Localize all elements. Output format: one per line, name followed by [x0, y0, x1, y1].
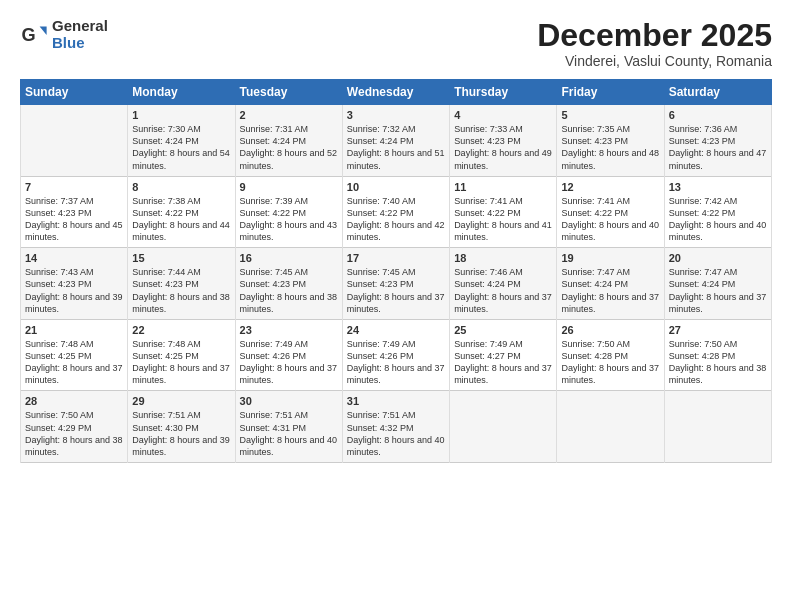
- month-title: December 2025: [537, 18, 772, 53]
- day-info: Sunrise: 7:35 AM Sunset: 4:23 PM Dayligh…: [561, 123, 659, 172]
- day-info: Sunrise: 7:50 AM Sunset: 4:28 PM Dayligh…: [561, 338, 659, 387]
- table-row: 16Sunrise: 7:45 AM Sunset: 4:23 PM Dayli…: [235, 248, 342, 320]
- table-row: 18Sunrise: 7:46 AM Sunset: 4:24 PM Dayli…: [450, 248, 557, 320]
- day-number: 25: [454, 324, 552, 336]
- day-number: 1: [132, 109, 230, 121]
- table-row: 14Sunrise: 7:43 AM Sunset: 4:23 PM Dayli…: [21, 248, 128, 320]
- table-row: 30Sunrise: 7:51 AM Sunset: 4:31 PM Dayli…: [235, 391, 342, 463]
- logo-text: General Blue: [52, 18, 108, 51]
- table-row: 20Sunrise: 7:47 AM Sunset: 4:24 PM Dayli…: [664, 248, 771, 320]
- table-row: [557, 391, 664, 463]
- calendar-week-row: 21Sunrise: 7:48 AM Sunset: 4:25 PM Dayli…: [21, 319, 772, 391]
- day-number: 14: [25, 252, 123, 264]
- day-info: Sunrise: 7:47 AM Sunset: 4:24 PM Dayligh…: [561, 266, 659, 315]
- day-info: Sunrise: 7:51 AM Sunset: 4:31 PM Dayligh…: [240, 409, 338, 458]
- logo: G General Blue: [20, 18, 108, 51]
- table-row: 1Sunrise: 7:30 AM Sunset: 4:24 PM Daylig…: [128, 105, 235, 177]
- header-wednesday: Wednesday: [342, 80, 449, 105]
- table-row: 7Sunrise: 7:37 AM Sunset: 4:23 PM Daylig…: [21, 176, 128, 248]
- table-row: 21Sunrise: 7:48 AM Sunset: 4:25 PM Dayli…: [21, 319, 128, 391]
- day-number: 19: [561, 252, 659, 264]
- header-tuesday: Tuesday: [235, 80, 342, 105]
- day-number: 21: [25, 324, 123, 336]
- table-row: 25Sunrise: 7:49 AM Sunset: 4:27 PM Dayli…: [450, 319, 557, 391]
- day-info: Sunrise: 7:46 AM Sunset: 4:24 PM Dayligh…: [454, 266, 552, 315]
- day-info: Sunrise: 7:41 AM Sunset: 4:22 PM Dayligh…: [454, 195, 552, 244]
- day-info: Sunrise: 7:45 AM Sunset: 4:23 PM Dayligh…: [347, 266, 445, 315]
- day-number: 15: [132, 252, 230, 264]
- header-sunday: Sunday: [21, 80, 128, 105]
- day-number: 26: [561, 324, 659, 336]
- day-info: Sunrise: 7:44 AM Sunset: 4:23 PM Dayligh…: [132, 266, 230, 315]
- svg-text:G: G: [21, 24, 35, 44]
- day-number: 10: [347, 181, 445, 193]
- table-row: 2Sunrise: 7:31 AM Sunset: 4:24 PM Daylig…: [235, 105, 342, 177]
- day-number: 3: [347, 109, 445, 121]
- day-info: Sunrise: 7:48 AM Sunset: 4:25 PM Dayligh…: [132, 338, 230, 387]
- day-info: Sunrise: 7:49 AM Sunset: 4:27 PM Dayligh…: [454, 338, 552, 387]
- header-monday: Monday: [128, 80, 235, 105]
- page: G General Blue December 2025 Vinderei, V…: [0, 0, 792, 612]
- day-number: 4: [454, 109, 552, 121]
- logo-icon: G: [20, 21, 48, 49]
- day-info: Sunrise: 7:47 AM Sunset: 4:24 PM Dayligh…: [669, 266, 767, 315]
- table-row: 10Sunrise: 7:40 AM Sunset: 4:22 PM Dayli…: [342, 176, 449, 248]
- table-row: [450, 391, 557, 463]
- title-block: December 2025 Vinderei, Vaslui County, R…: [537, 18, 772, 69]
- table-row: 22Sunrise: 7:48 AM Sunset: 4:25 PM Dayli…: [128, 319, 235, 391]
- day-number: 2: [240, 109, 338, 121]
- table-row: 9Sunrise: 7:39 AM Sunset: 4:22 PM Daylig…: [235, 176, 342, 248]
- day-info: Sunrise: 7:38 AM Sunset: 4:22 PM Dayligh…: [132, 195, 230, 244]
- header-thursday: Thursday: [450, 80, 557, 105]
- day-info: Sunrise: 7:42 AM Sunset: 4:22 PM Dayligh…: [669, 195, 767, 244]
- day-number: 16: [240, 252, 338, 264]
- table-row: 31Sunrise: 7:51 AM Sunset: 4:32 PM Dayli…: [342, 391, 449, 463]
- day-info: Sunrise: 7:51 AM Sunset: 4:32 PM Dayligh…: [347, 409, 445, 458]
- day-info: Sunrise: 7:31 AM Sunset: 4:24 PM Dayligh…: [240, 123, 338, 172]
- day-number: 12: [561, 181, 659, 193]
- day-number: 30: [240, 395, 338, 407]
- day-info: Sunrise: 7:30 AM Sunset: 4:24 PM Dayligh…: [132, 123, 230, 172]
- calendar-week-row: 28Sunrise: 7:50 AM Sunset: 4:29 PM Dayli…: [21, 391, 772, 463]
- day-info: Sunrise: 7:39 AM Sunset: 4:22 PM Dayligh…: [240, 195, 338, 244]
- day-info: Sunrise: 7:49 AM Sunset: 4:26 PM Dayligh…: [240, 338, 338, 387]
- day-number: 18: [454, 252, 552, 264]
- day-number: 9: [240, 181, 338, 193]
- table-row: 11Sunrise: 7:41 AM Sunset: 4:22 PM Dayli…: [450, 176, 557, 248]
- day-info: Sunrise: 7:32 AM Sunset: 4:24 PM Dayligh…: [347, 123, 445, 172]
- table-row: 5Sunrise: 7:35 AM Sunset: 4:23 PM Daylig…: [557, 105, 664, 177]
- day-number: 8: [132, 181, 230, 193]
- day-info: Sunrise: 7:48 AM Sunset: 4:25 PM Dayligh…: [25, 338, 123, 387]
- day-info: Sunrise: 7:41 AM Sunset: 4:22 PM Dayligh…: [561, 195, 659, 244]
- day-number: 13: [669, 181, 767, 193]
- table-row: 29Sunrise: 7:51 AM Sunset: 4:30 PM Dayli…: [128, 391, 235, 463]
- table-row: 24Sunrise: 7:49 AM Sunset: 4:26 PM Dayli…: [342, 319, 449, 391]
- table-row: 13Sunrise: 7:42 AM Sunset: 4:22 PM Dayli…: [664, 176, 771, 248]
- day-number: 7: [25, 181, 123, 193]
- calendar-header-row: Sunday Monday Tuesday Wednesday Thursday…: [21, 80, 772, 105]
- table-row: 15Sunrise: 7:44 AM Sunset: 4:23 PM Dayli…: [128, 248, 235, 320]
- day-info: Sunrise: 7:50 AM Sunset: 4:29 PM Dayligh…: [25, 409, 123, 458]
- day-info: Sunrise: 7:40 AM Sunset: 4:22 PM Dayligh…: [347, 195, 445, 244]
- day-number: 29: [132, 395, 230, 407]
- day-number: 24: [347, 324, 445, 336]
- header-friday: Friday: [557, 80, 664, 105]
- day-number: 28: [25, 395, 123, 407]
- table-row: 12Sunrise: 7:41 AM Sunset: 4:22 PM Dayli…: [557, 176, 664, 248]
- table-row: 4Sunrise: 7:33 AM Sunset: 4:23 PM Daylig…: [450, 105, 557, 177]
- calendar-table: Sunday Monday Tuesday Wednesday Thursday…: [20, 79, 772, 463]
- table-row: 23Sunrise: 7:49 AM Sunset: 4:26 PM Dayli…: [235, 319, 342, 391]
- day-number: 22: [132, 324, 230, 336]
- day-number: 31: [347, 395, 445, 407]
- svg-marker-1: [40, 26, 47, 34]
- day-number: 17: [347, 252, 445, 264]
- day-info: Sunrise: 7:51 AM Sunset: 4:30 PM Dayligh…: [132, 409, 230, 458]
- table-row: [21, 105, 128, 177]
- day-info: Sunrise: 7:36 AM Sunset: 4:23 PM Dayligh…: [669, 123, 767, 172]
- subtitle: Vinderei, Vaslui County, Romania: [537, 53, 772, 69]
- calendar-week-row: 7Sunrise: 7:37 AM Sunset: 4:23 PM Daylig…: [21, 176, 772, 248]
- table-row: 17Sunrise: 7:45 AM Sunset: 4:23 PM Dayli…: [342, 248, 449, 320]
- calendar-week-row: 1Sunrise: 7:30 AM Sunset: 4:24 PM Daylig…: [21, 105, 772, 177]
- table-row: [664, 391, 771, 463]
- logo-general-label: General: [52, 18, 108, 35]
